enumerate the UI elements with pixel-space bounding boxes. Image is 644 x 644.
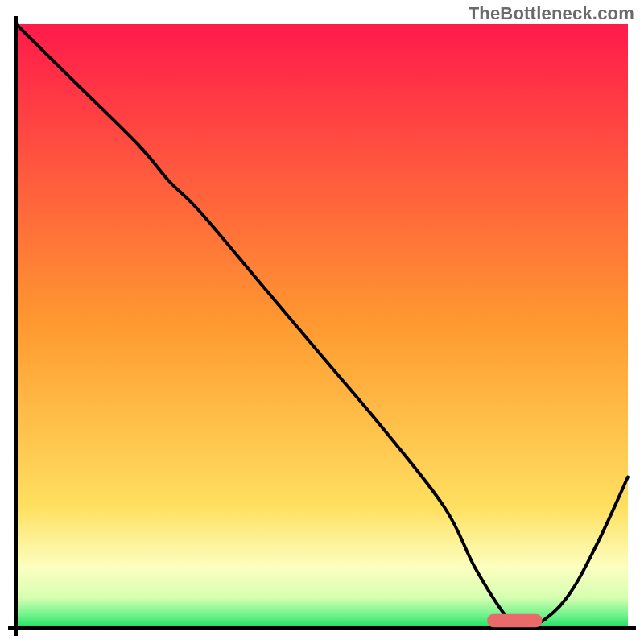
bottleneck-chart: [0, 0, 644, 644]
chart-container: { "watermark": "TheBottleneck.com", "col…: [0, 0, 644, 644]
target-range-marker: [487, 614, 542, 628]
watermark-text: TheBottleneck.com: [469, 3, 634, 24]
